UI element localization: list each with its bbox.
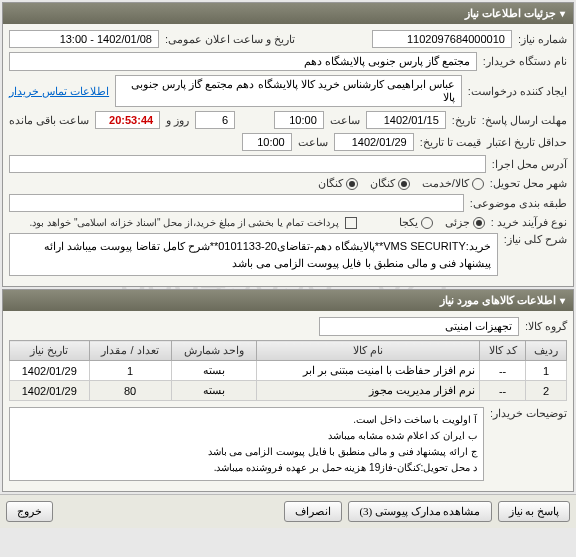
validity-label2: قیمت تا تاریخ: (420, 136, 481, 149)
cell-date: 1402/01/29 (10, 361, 90, 381)
footer-bar: پاسخ به نیاز مشاهده مدارک پیوستی (3) انص… (0, 494, 576, 528)
need-no-label: شماره نیاز: (518, 33, 567, 46)
note-line: د محل تحویل:کنگان-فاز19 هزینه حمل بر عهد… (16, 460, 477, 476)
desc-label: شرح کلی نیاز: (504, 233, 567, 246)
group-value: تجهیزات امنیتی (319, 317, 519, 336)
exit-button[interactable]: خروج (6, 501, 53, 522)
th-unit[interactable]: واحد شمارش (171, 341, 257, 361)
th-name[interactable]: نام کالا (257, 341, 480, 361)
notes-label: توضیحات خریدار: (490, 407, 567, 420)
cell-name: نرم افزار مدیریت مجوز (257, 381, 480, 401)
radio-partial[interactable] (473, 217, 485, 229)
payment-note: پرداخت تمام یا بخشی از مبلغ خرید،از محل … (30, 217, 339, 228)
remain-time: 20:53:44 (95, 111, 160, 129)
radio-service[interactable] (472, 178, 484, 190)
cell-idx: 2 (526, 381, 567, 401)
exec-addr-label: آدرس محل اجرا: (492, 158, 567, 171)
decline-button[interactable]: انصراف (284, 501, 342, 522)
desc-text: خرید:VMS SECURITY**پالایشگاه دهم-تقاضای2… (9, 233, 498, 276)
radio-total-label: یکجا (399, 216, 418, 229)
cell-qty: 1 (89, 361, 171, 381)
requester-label: ایجاد کننده درخواست: (468, 85, 567, 98)
requester-value: عباس ابراهیمی کارشناس خرید کالا پالایشگا… (115, 75, 462, 107)
category-label: طبقه بندی موضوعی: (470, 197, 567, 210)
remain-days-label: روز و (166, 114, 189, 127)
notes-box: آ اولویت با ساخت داخل است. ب ایران کد اع… (9, 407, 484, 481)
panel-items: اطلاعات کالاهای مورد نیاز گروه کالا: تجه… (2, 289, 574, 492)
note-line: ب ایران کد اعلام شده مشابه میباشد (16, 428, 477, 444)
contact-link[interactable]: اطلاعات تماس خریدار (9, 85, 109, 98)
announce-label: تاریخ و ساعت اعلان عمومی: (165, 33, 295, 46)
note-line: ج ارائه پیشنهاد فنی و مالی منطبق با فایل… (16, 444, 477, 460)
validity-label: حداقل تاریخ اعتبار (487, 136, 567, 149)
remain-suffix: ساعت باقی مانده (9, 114, 89, 127)
radio-kangan2[interactable] (346, 178, 358, 190)
buy-type-label: نوع فرآیند خرید : (491, 216, 567, 229)
th-code[interactable]: کد کالا (480, 341, 526, 361)
table-row[interactable]: 2 -- نرم افزار مدیریت مجوز بسته 80 1402/… (10, 381, 567, 401)
group-label: گروه کالا: (525, 320, 567, 333)
validity-time-label: ساعت (298, 136, 328, 149)
radio-service-label: کالا/خدمت (422, 177, 469, 190)
note-line: آ اولویت با ساخت داخل است. (16, 412, 477, 428)
reply-button[interactable]: پاسخ به نیاز (498, 501, 571, 522)
delivery-city-label: شهر محل تحویل: (490, 177, 567, 190)
cell-idx: 1 (526, 361, 567, 381)
cell-qty: 80 (89, 381, 171, 401)
radio-kangan1-label: کنگان (370, 177, 395, 190)
cell-code: -- (480, 381, 526, 401)
panel-need-details: جزئیات اطلاعات نیاز شماره نیاز: 11020976… (2, 2, 574, 287)
treasury-checkbox[interactable] (345, 217, 357, 229)
remain-days: 6 (195, 111, 235, 129)
exec-addr-value (9, 155, 486, 173)
radio-kangan1[interactable] (398, 178, 410, 190)
deadline-time: 10:00 (274, 111, 324, 129)
buyer-label: نام دستگاه خریدار: (483, 55, 567, 68)
deadline-time-label: ساعت (330, 114, 360, 127)
deadline-date: 1402/01/15 (366, 111, 446, 129)
th-row[interactable]: ردیف (526, 341, 567, 361)
buy-type-radio-group: جزئی یکجا (399, 216, 485, 229)
category-value (9, 194, 464, 212)
cell-unit: بسته (171, 361, 257, 381)
deadline-label: مهلت ارسال پاسخ: (482, 114, 567, 127)
panel2-title: اطلاعات کالاهای مورد نیاز (440, 294, 556, 307)
items-table: ردیف کد کالا نام کالا واحد شمارش تعداد /… (9, 340, 567, 401)
cell-date: 1402/01/29 (10, 381, 90, 401)
attachments-button[interactable]: مشاهده مدارک پیوستی (3) (348, 501, 491, 522)
th-qty[interactable]: تعداد / مقدار (89, 341, 171, 361)
buyer-value: مجتمع گاز پارس جنوبی پالایشگاه دهم (9, 52, 477, 71)
panel1-header[interactable]: جزئیات اطلاعات نیاز (3, 3, 573, 24)
table-row[interactable]: 1 -- نرم افزار حفاظت با امنیت مبتنی بر ا… (10, 361, 567, 381)
delivery-radio-group: کالا/خدمت کنگان کنگان (318, 177, 484, 190)
cell-name: نرم افزار حفاظت با امنیت مبتنی بر ابر (257, 361, 480, 381)
radio-total[interactable] (421, 217, 433, 229)
radio-kangan2-label: کنگان (318, 177, 343, 190)
validity-date: 1402/01/29 (334, 133, 414, 151)
th-date[interactable]: تاریخ نیاز (10, 341, 90, 361)
panel1-title: جزئیات اطلاعات نیاز (465, 7, 556, 20)
cell-unit: بسته (171, 381, 257, 401)
validity-time: 10:00 (242, 133, 292, 151)
announce-value: 1402/01/08 - 13:00 (9, 30, 159, 48)
radio-partial-label: جزئی (445, 216, 470, 229)
cell-code: -- (480, 361, 526, 381)
panel2-header[interactable]: اطلاعات کالاهای مورد نیاز (3, 290, 573, 311)
need-no-value: 1102097684000010 (372, 30, 512, 48)
deadline-label2: تاریخ: (452, 114, 476, 127)
